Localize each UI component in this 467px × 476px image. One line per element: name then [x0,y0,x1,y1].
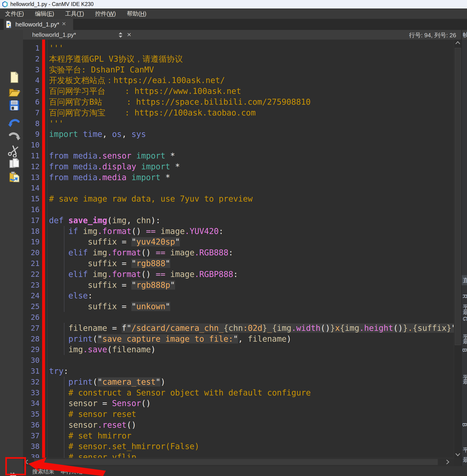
code-line: 39 # sensor vflip [23,452,454,458]
vertical-scrollbar[interactable] [454,39,461,458]
open-document-selector[interactable]: helloworld_1.py* [32,31,76,39]
menu-widgets[interactable]: 控件(W) [90,9,122,19]
sliver-clipped-char: 最 [463,456,467,463]
code-line: 28 print("save capture image to file:", … [23,334,454,344]
scroll-down-icon[interactable] [455,453,460,456]
scroll-right-icon[interactable] [446,459,450,464]
title-bar: helloworld_1.py - CanMV IDE K230 [0,0,467,9]
sliver-clipped-char: R [461,294,467,298]
menu-edit[interactable]: 编辑(E) [30,9,60,19]
line-number: 39 [23,452,39,458]
line-number: 19 [23,236,39,247]
code-line: 33 # construct a Sensor object with defa… [23,387,454,398]
open-file-button[interactable] [8,86,21,99]
sliver-clipped-char: 直 [463,277,467,284]
redo-icon [8,131,21,143]
line-number: 29 [23,344,39,355]
tab-close-icon[interactable]: × [62,20,66,28]
line-number: 16 [23,204,39,215]
line-number: 11 [23,151,39,161]
code-line: 7百问网官方淘宝 : https://100ask.taobao.com [23,107,454,118]
line-number: 7 [23,107,39,118]
sliver-clipped-char: G [462,317,467,321]
code-line: 23 suffix = "rgb888p" [23,280,454,291]
code-area: 1'''2本程序遵循GPL V3协议，请遵循协议3实验平台: DshanPI C… [23,43,454,458]
menu-help[interactable]: 帮助(H) [122,9,152,19]
code-line: 6百问网官方B站 : https://space.bilibili.com/27… [23,97,454,107]
menu-tools[interactable]: 工具(T) [60,9,90,19]
tab-label: helloworld_1.py* [15,21,59,28]
line-number: 23 [23,280,39,291]
code-line: 13from media.media import * [23,172,454,183]
save-file-button[interactable] [8,99,21,112]
connect-button[interactable] [8,471,21,476]
new-file-button[interactable] [8,71,21,84]
code-line: 37 # set hmirror [23,430,454,441]
sliver-header-char: 帧 [463,31,467,38]
line-number: 14 [23,183,39,193]
paste-icon [8,171,21,184]
code-line: 24 else: [23,290,454,301]
code-line: 15# save image raw data, use 7yuv to pre… [23,193,454,204]
canmv-ide-window: helloworld_1.py - CanMV IDE K230 文件(F) 编… [0,0,467,476]
tab-serial-terminal[interactable]: 串行终端 [61,468,83,475]
copy-button[interactable] [8,157,21,170]
plug-icon [8,471,21,476]
menu-file[interactable]: 文件(F) [0,9,30,19]
line-number: 31 [23,366,39,377]
code-editor[interactable]: 1'''2本程序遵循GPL V3协议，请遵循协议3实验平台: DshanPI C… [23,39,454,458]
code-line: 21 suffix = "rgb888" [23,258,454,269]
line-number: 9 [23,129,39,140]
code-line: 1''' [23,43,454,54]
code-line: 38 # sensor.set_hmirror(False) [23,441,454,452]
line-number: 4 [23,75,39,86]
code-line: 35 # sensor reset [23,409,454,420]
line-number: 26 [23,312,39,323]
line-number: 1 [23,43,39,54]
tab-search-results[interactable]: 搜索结果 [32,468,54,475]
code-line: 5百问网学习平台 : https://www.100ask.net [23,86,454,97]
code-line: 12from media.display import * [23,161,454,172]
line-number: 3 [23,64,39,75]
line-number: 32 [23,377,39,387]
scroll-left-icon[interactable] [25,459,28,464]
window-title: helloworld_1.py - CanMV IDE K230 [10,1,94,7]
line-number: 12 [23,161,39,172]
sliver-clipped-char: B [461,423,467,427]
horizontal-scrollbar[interactable] [23,458,454,466]
left-toolbar [0,30,23,476]
code-line: 9import time, os, sys [23,129,454,140]
code-line: 36 sensor.reset() [23,420,454,430]
tab-helloworld[interactable]: helloworld_1.py* × [4,19,73,30]
code-line: 25 suffix = "unkown" [23,301,454,312]
sliver-clipped-char: 平 [463,446,467,453]
scroll-up-icon[interactable] [455,41,460,45]
redo-button[interactable] [8,131,21,143]
line-number: 36 [23,420,39,430]
canmv-logo-icon [2,1,8,7]
code-line: 26 [23,312,454,323]
horizontal-scrollbar-thumb[interactable] [34,459,438,465]
line-number: 20 [23,247,39,258]
right-panel-sliver: 帧 直R平最G平最B平最B平最 [461,30,467,466]
sliver-clipped-char: 最 [463,338,467,345]
undo-button[interactable] [8,117,21,130]
code-line: 29 img.save(filename) [23,344,454,355]
editor-close-icon[interactable]: × [127,30,131,39]
line-number: 17 [23,215,39,226]
line-number: 15 [23,193,39,204]
paste-button[interactable] [8,171,21,184]
vertical-scrollbar-thumb[interactable] [455,48,461,345]
code-line: 20 elif img.format() == image.RGB888: [23,247,454,258]
undo-icon [8,117,21,130]
code-line: 11from media.sensor import * [23,151,454,161]
line-number: 27 [23,323,39,334]
code-line: 22 elif img.format() == image.RGBP888: [23,269,454,280]
python-file-icon [6,21,12,28]
cut-button[interactable] [8,144,21,157]
code-line: 4开发板文档站点：https://eai.100ask.net/ [23,75,454,86]
code-line: 30 [23,355,454,366]
editor-header: helloworld_1.py* × 行号: 94, 列号: 26 [23,30,461,39]
cursor-position-indicator: 行号: 94, 列号: 26 [409,31,456,39]
document-selector-arrows-icon[interactable] [118,32,123,38]
